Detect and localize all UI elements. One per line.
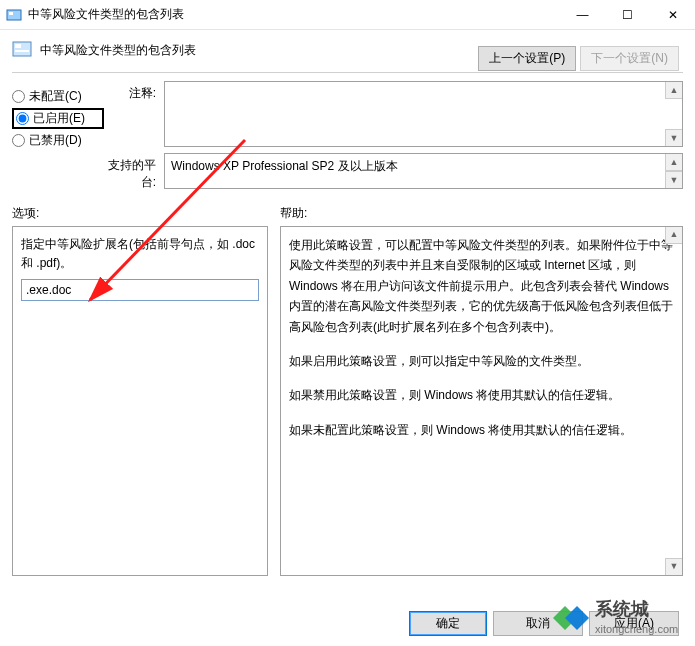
help-paragraph-3: 如果禁用此策略设置，则 Windows 将使用其默认的信任逻辑。 [289, 385, 674, 405]
comment-label: 注释: [104, 81, 164, 102]
platform-box: Windows XP Professional SP2 及以上版本 ▲ ▼ [164, 153, 683, 189]
ok-button[interactable]: 确定 [409, 611, 487, 636]
next-setting-button: 下一个设置(N) [580, 46, 679, 71]
platform-label: 支持的平台: [104, 153, 164, 191]
platform-value: Windows XP Professional SP2 及以上版本 [171, 159, 398, 173]
extensions-input[interactable] [21, 279, 259, 301]
help-paragraph-4: 如果未配置此策略设置，则 Windows 将使用其默认的信任逻辑。 [289, 420, 674, 440]
window-title: 中等风险文件类型的包含列表 [28, 6, 560, 23]
scroll-down-icon[interactable]: ▼ [665, 129, 682, 146]
radio-disabled-input[interactable] [12, 134, 25, 147]
radio-disabled[interactable]: 已禁用(D) [12, 131, 104, 150]
radio-enabled-input[interactable] [16, 112, 29, 125]
scroll-down-icon[interactable]: ▼ [665, 558, 682, 575]
help-paragraph-1: 使用此策略设置，可以配置中等风险文件类型的列表。如果附件位于中等风险文件类型的列… [289, 235, 674, 337]
help-paragraph-2: 如果启用此策略设置，则可以指定中等风险的文件类型。 [289, 351, 674, 371]
policy-icon [12, 40, 32, 60]
comment-textarea[interactable]: ▲ ▼ [164, 81, 683, 147]
apply-button[interactable]: 应用(A) [589, 611, 679, 636]
scroll-up-icon[interactable]: ▲ [665, 227, 682, 244]
options-header: 选项: [12, 205, 268, 222]
radio-not-configured-label: 未配置(C) [29, 88, 82, 105]
help-header: 帮助: [268, 205, 683, 222]
titlebar: 中等风险文件类型的包含列表 — ☐ ✕ [0, 0, 695, 30]
svg-rect-3 [15, 44, 21, 48]
prev-setting-button[interactable]: 上一个设置(P) [478, 46, 576, 71]
scroll-up-icon[interactable]: ▲ [665, 82, 682, 99]
options-description: 指定中等风险扩展名(包括前导句点，如 .doc 和 .pdf)。 [21, 235, 259, 273]
dialog-footer: 确定 取消 应用(A) [409, 611, 679, 636]
minimize-button[interactable]: — [560, 0, 605, 29]
app-icon [6, 7, 22, 23]
options-pane: 指定中等风险扩展名(包括前导句点，如 .doc 和 .pdf)。 [12, 226, 268, 576]
close-button[interactable]: ✕ [650, 0, 695, 29]
radio-enabled-label: 已启用(E) [33, 110, 85, 127]
state-radio-group: 未配置(C) 已启用(E) 已禁用(D) [12, 81, 104, 191]
radio-enabled[interactable]: 已启用(E) [12, 108, 104, 129]
subheader-title: 中等风险文件类型的包含列表 [40, 42, 196, 59]
radio-not-configured-input[interactable] [12, 90, 25, 103]
scroll-up-icon[interactable]: ▲ [665, 154, 682, 171]
radio-disabled-label: 已禁用(D) [29, 132, 82, 149]
help-pane: 使用此策略设置，可以配置中等风险文件类型的列表。如果附件位于中等风险文件类型的列… [280, 226, 683, 576]
cancel-button[interactable]: 取消 [493, 611, 583, 636]
scroll-down-icon[interactable]: ▼ [665, 171, 682, 188]
svg-rect-1 [9, 12, 13, 15]
svg-rect-4 [15, 50, 29, 52]
radio-not-configured[interactable]: 未配置(C) [12, 87, 104, 106]
maximize-button[interactable]: ☐ [605, 0, 650, 29]
